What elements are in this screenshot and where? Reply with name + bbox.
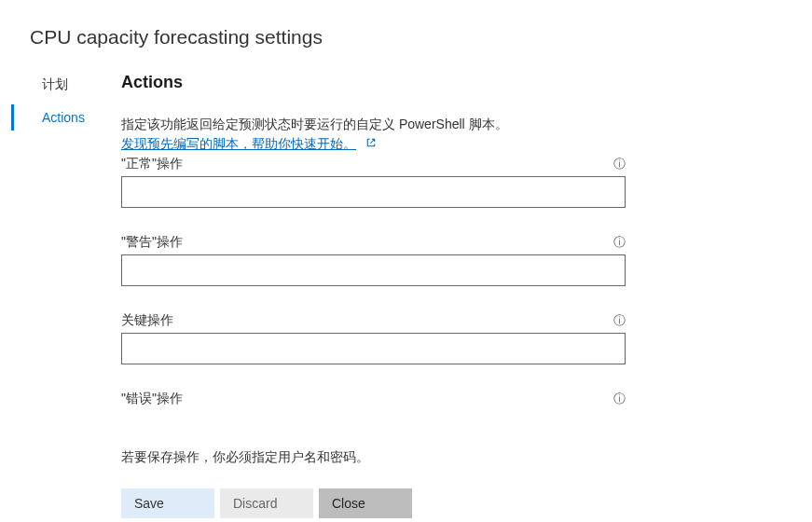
help-link[interactable]: 发现预先编写的脚本，帮助你快速开始。 xyxy=(121,136,356,151)
sidebar-item-actions[interactable]: Actions xyxy=(11,104,121,130)
field-critical-input[interactable] xyxy=(121,333,626,364)
field-error: "错误"操作 ⓘ xyxy=(121,391,626,407)
field-error-label: "错误"操作 xyxy=(121,391,183,407)
info-icon[interactable]: ⓘ xyxy=(613,156,626,172)
info-icon[interactable]: ⓘ xyxy=(613,391,626,407)
field-warning-input[interactable] xyxy=(121,254,626,286)
save-button[interactable]: Save xyxy=(121,488,214,518)
field-normal-input[interactable] xyxy=(121,176,626,208)
field-normal-label: "正常"操作 xyxy=(121,156,183,172)
form-area: 指定该功能返回给定预测状态时要运行的自定义 PowerShell 脚本。 发现预… xyxy=(121,115,626,431)
field-critical: 关键操作 ⓘ xyxy=(121,312,626,364)
field-warning-label: "警告"操作 xyxy=(121,234,183,251)
sidebar: 计划 Actions xyxy=(0,71,121,518)
external-link-icon xyxy=(365,134,377,154)
discard-button[interactable]: Discard xyxy=(220,488,313,518)
close-button[interactable]: Close xyxy=(319,488,412,518)
page-title: CPU capacity forecasting settings xyxy=(0,0,812,48)
field-normal: "正常"操作 ⓘ xyxy=(121,156,626,208)
footer-buttons: Save Discard Close xyxy=(121,488,626,518)
sidebar-item-plan[interactable]: 计划 xyxy=(11,71,121,99)
main-panel: Actions 指定该功能返回给定预测状态时要运行的自定义 PowerShell… xyxy=(121,71,812,518)
field-critical-label: 关键操作 xyxy=(121,312,173,329)
credentials-note: 若要保存操作，你必须指定用户名和密码。 xyxy=(121,449,626,466)
section-heading: Actions xyxy=(121,73,626,92)
field-warning: "警告"操作 ⓘ xyxy=(121,234,626,286)
info-icon[interactable]: ⓘ xyxy=(613,312,626,329)
info-icon[interactable]: ⓘ xyxy=(613,234,626,251)
help-link-row: 发现预先编写的脚本，帮助你快速开始。 xyxy=(121,134,626,154)
description-text: 指定该功能返回给定预测状态时要运行的自定义 PowerShell 脚本。 xyxy=(121,115,626,134)
